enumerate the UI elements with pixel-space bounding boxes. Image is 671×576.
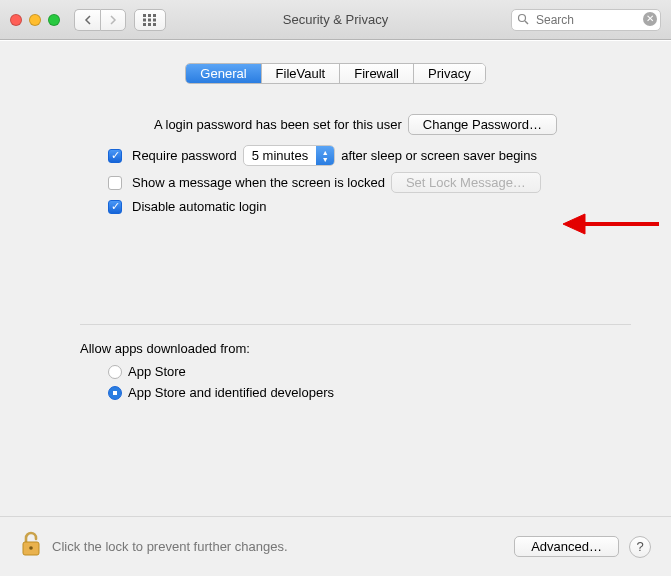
footer: Click the lock to prevent further change… bbox=[0, 516, 671, 576]
show-all-button[interactable] bbox=[134, 9, 166, 31]
lock-hint: Click the lock to prevent further change… bbox=[52, 539, 288, 554]
svg-rect-7 bbox=[148, 23, 151, 26]
search-icon bbox=[517, 13, 529, 28]
svg-rect-8 bbox=[153, 23, 156, 26]
forward-button[interactable] bbox=[100, 9, 126, 31]
grid-icon bbox=[143, 14, 157, 26]
tab-privacy[interactable]: Privacy bbox=[414, 64, 485, 83]
gatekeeper-identified-radio[interactable] bbox=[108, 386, 122, 400]
gatekeeper-appstore-label: App Store bbox=[128, 364, 186, 379]
after-sleep-label: after sleep or screen saver begins bbox=[341, 148, 537, 163]
search-input[interactable] bbox=[511, 9, 661, 31]
svg-point-14 bbox=[29, 546, 33, 550]
help-button[interactable]: ? bbox=[629, 536, 651, 558]
svg-point-9 bbox=[519, 14, 526, 21]
window-titlebar: Security & Privacy ✕ bbox=[0, 0, 671, 40]
svg-rect-6 bbox=[143, 23, 146, 26]
tab-bar: General FileVault Firewall Privacy bbox=[185, 63, 485, 84]
svg-rect-5 bbox=[153, 18, 156, 21]
tab-filevault[interactable]: FileVault bbox=[262, 64, 341, 83]
show-lock-message-label: Show a message when the screen is locked bbox=[132, 175, 385, 190]
section-divider bbox=[80, 324, 631, 325]
change-password-button[interactable]: Change Password… bbox=[408, 114, 557, 135]
gatekeeper-heading: Allow apps downloaded from: bbox=[80, 341, 631, 356]
require-password-delay-select[interactable]: 5 minutes ▲▼ bbox=[243, 145, 335, 166]
chevron-left-icon bbox=[84, 15, 92, 25]
set-lock-message-button[interactable]: Set Lock Message… bbox=[391, 172, 541, 193]
gatekeeper-identified-label: App Store and identified developers bbox=[128, 385, 334, 400]
window-controls bbox=[10, 14, 60, 26]
svg-rect-2 bbox=[153, 14, 156, 17]
disable-auto-login-label: Disable automatic login bbox=[132, 199, 266, 214]
svg-rect-4 bbox=[148, 18, 151, 21]
svg-rect-1 bbox=[148, 14, 151, 17]
svg-rect-3 bbox=[143, 18, 146, 21]
gatekeeper-appstore-radio[interactable] bbox=[108, 365, 122, 379]
login-password-status: A login password has been set for this u… bbox=[154, 117, 402, 132]
svg-rect-0 bbox=[143, 14, 146, 17]
chevron-right-icon bbox=[109, 15, 117, 25]
zoom-window-button[interactable] bbox=[48, 14, 60, 26]
stepper-icon: ▲▼ bbox=[316, 146, 334, 165]
close-window-button[interactable] bbox=[10, 14, 22, 26]
delay-value: 5 minutes bbox=[244, 146, 316, 165]
prefpane-content: General FileVault Firewall Privacy A log… bbox=[0, 40, 671, 576]
require-password-label: Require password bbox=[132, 148, 237, 163]
clear-search-icon[interactable]: ✕ bbox=[643, 12, 657, 26]
back-button[interactable] bbox=[74, 9, 100, 31]
minimize-window-button[interactable] bbox=[29, 14, 41, 26]
svg-line-10 bbox=[525, 21, 528, 24]
tab-general[interactable]: General bbox=[186, 64, 261, 83]
show-lock-message-checkbox[interactable] bbox=[108, 176, 122, 190]
require-password-checkbox[interactable]: ✓ bbox=[108, 149, 122, 163]
tab-firewall[interactable]: Firewall bbox=[340, 64, 414, 83]
lock-icon[interactable] bbox=[20, 531, 42, 563]
advanced-button[interactable]: Advanced… bbox=[514, 536, 619, 557]
disable-auto-login-checkbox[interactable]: ✓ bbox=[108, 200, 122, 214]
